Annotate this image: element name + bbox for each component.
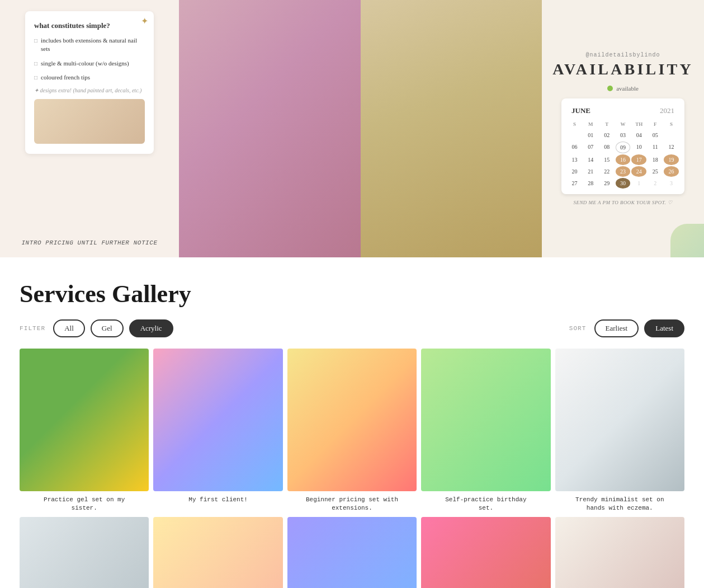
gallery-caption-2: My first client!	[188, 496, 248, 504]
cal-day-30: 30	[616, 178, 631, 189]
gallery-img-6[interactable]	[20, 517, 149, 588]
top-image-pink	[179, 0, 361, 257]
cal-day-07: 07	[583, 142, 598, 153]
availability-card: @naildetailsbylindo AVAILABILITY availab…	[542, 0, 704, 257]
cal-day-08: 08	[599, 142, 615, 153]
intro-item-3: coloured french tips	[34, 73, 145, 82]
cal-day-m2: 2	[648, 178, 663, 189]
cal-day-21: 21	[583, 166, 598, 177]
gallery-img-block-8	[287, 517, 417, 588]
available-label: available	[616, 85, 639, 92]
availability-status: available	[607, 85, 639, 92]
calendar-month: JUNE	[571, 106, 590, 115]
yellow-nails-image	[361, 0, 542, 257]
filter-gel-button[interactable]: Gel	[91, 319, 124, 337]
cal-day-12: 12	[664, 142, 679, 153]
services-gallery-section: Services Gallery FILTER All Gel Acrylic …	[0, 257, 704, 588]
intro-item-2: single & multi-colour (w/o designs)	[34, 59, 145, 68]
calendar-year: 2021	[660, 106, 674, 115]
cal-day-empty	[567, 130, 582, 140]
gallery-img-block-7	[153, 517, 282, 588]
gallery-img-1[interactable]	[20, 349, 149, 491]
filter-sort-bar: FILTER All Gel Acrylic SORT Earliest Lat…	[20, 319, 684, 337]
gallery-row-1: Practice gel set on my sister. My first …	[20, 349, 684, 512]
gallery-img-block-4	[421, 349, 550, 491]
filter-all-button[interactable]: All	[53, 319, 85, 337]
calendar-grid: S M T W TH F S 01 02 03 04 05 06 07 08 0…	[567, 120, 679, 189]
cal-day-06: 06	[567, 142, 582, 153]
cal-day-11: 11	[648, 142, 663, 153]
intro-item-1: includes both extensions & natural nail …	[34, 36, 145, 54]
gallery-img-block-5	[555, 349, 684, 491]
cal-day-26: 26	[664, 166, 679, 177]
gallery-item-7	[153, 517, 282, 588]
sort-group: SORT Earliest Latest	[569, 319, 684, 337]
cal-day-20: 20	[567, 166, 582, 177]
filter-label: FILTER	[20, 325, 45, 332]
gallery-img-5[interactable]	[555, 349, 684, 491]
gallery-row-2	[20, 517, 684, 588]
gallery-img-block-9	[421, 517, 550, 588]
leaf-decoration	[670, 224, 704, 257]
cal-day-22: 22	[599, 166, 615, 177]
gallery-item-2: My first client!	[153, 349, 282, 512]
gallery-item-1: Practice gel set on my sister.	[20, 349, 149, 512]
cal-day-09: 09	[616, 142, 631, 153]
intro-card-image	[34, 99, 145, 144]
sort-earliest-button[interactable]: Earliest	[594, 319, 639, 337]
available-dot-icon	[607, 86, 613, 91]
gallery-item-4: Self-practice birthday set.	[421, 349, 550, 512]
cal-day-16: 16	[616, 154, 631, 165]
cal-day-03: 03	[616, 130, 631, 140]
intro-pricing-label: INTRO PRICING UNTIL FURTHER NOTICE	[21, 239, 157, 246]
intro-pricing-card: ✦ what constitutes simple? includes both…	[0, 0, 179, 257]
filter-group: FILTER All Gel Acrylic	[20, 319, 173, 337]
gallery-img-block-6	[20, 517, 149, 588]
gallery-img-10[interactable]	[555, 517, 684, 588]
filter-acrylic-button[interactable]: Acrylic	[129, 319, 173, 337]
gallery-img-7[interactable]	[153, 517, 282, 588]
cal-day-29: 29	[599, 178, 615, 189]
availability-calendar: JUNE 2021 S M T W TH F S 01 02 03 04 05	[561, 98, 684, 194]
cal-day-02: 02	[599, 130, 615, 140]
pink-nails-image	[179, 0, 361, 257]
cal-day-empty2	[664, 130, 679, 140]
gallery-img-block-2	[153, 349, 282, 491]
cal-day-14: 14	[583, 154, 598, 165]
availability-title: AVAILABILITY	[552, 60, 693, 78]
cal-header-s2: S	[664, 120, 679, 129]
cal-header-t: T	[599, 120, 615, 129]
gallery-img-3[interactable]	[287, 349, 417, 491]
gallery-item-8	[287, 517, 417, 588]
cal-day-05: 05	[648, 130, 663, 140]
gallery-caption-1: Practice gel set on my sister.	[37, 496, 132, 513]
cal-day-01: 01	[583, 130, 598, 140]
sparkle-icon: ✦	[141, 16, 148, 26]
cal-day-24: 24	[631, 166, 646, 177]
cal-day-28: 28	[583, 178, 598, 189]
cal-day-23: 23	[616, 166, 631, 177]
gallery-img-2[interactable]	[153, 349, 282, 491]
cal-header-th: TH	[631, 120, 646, 129]
availability-handle: @naildetailsbylindo	[585, 52, 660, 58]
top-image-grid: ✦ what constitutes simple? includes both…	[0, 0, 704, 257]
gallery-img-8[interactable]	[287, 517, 417, 588]
cal-header-s: S	[567, 120, 582, 129]
gallery-item-5: Trendy minimalist set on hands with ecze…	[555, 349, 684, 512]
gallery-caption-4: Self-practice birthday set.	[438, 496, 533, 513]
cal-header-w: W	[616, 120, 631, 129]
calendar-header: JUNE 2021	[567, 104, 679, 120]
cal-day-04: 04	[631, 130, 646, 140]
availability-footer: SEND ME A PM TO BOOK YOUR SPOT. ♡	[574, 200, 673, 205]
cal-header-m: M	[583, 120, 598, 129]
intro-card-inner: ✦ what constitutes simple? includes both…	[25, 11, 154, 154]
gallery-caption-3: Beginner pricing set with extensions.	[304, 496, 399, 513]
gallery-caption-5: Trendy minimalist set on hands with ecze…	[572, 496, 667, 513]
sort-latest-button[interactable]: Latest	[644, 319, 684, 337]
gallery-item-10	[555, 517, 684, 588]
cal-day-m3: 3	[664, 178, 679, 189]
services-gallery-title: Services Gallery	[20, 280, 684, 308]
cal-day-m1: 1	[631, 178, 646, 189]
gallery-img-9[interactable]	[421, 517, 550, 588]
gallery-img-4[interactable]	[421, 349, 550, 491]
